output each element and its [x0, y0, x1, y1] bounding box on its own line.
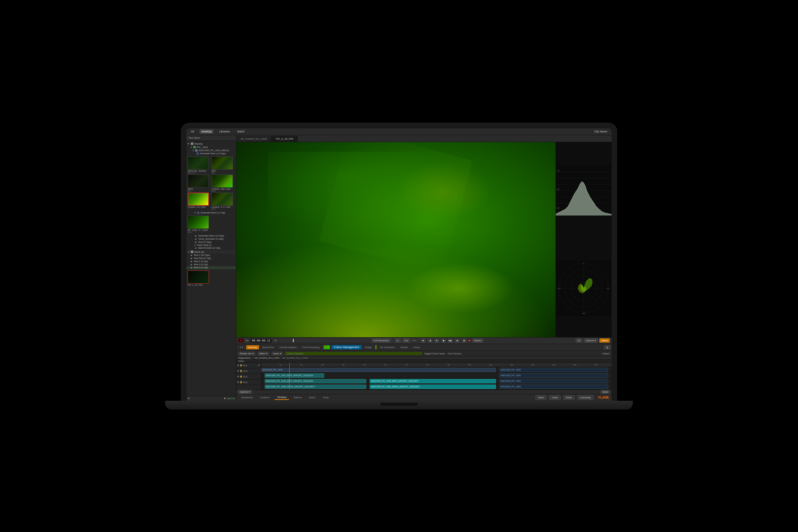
tree-item-dust[interactable]: ▶ Dust (2 Clips) [186, 241, 236, 244]
tree-item-schema2[interactable]: ▼ Schematic Reel 2 (1 Clip) [186, 211, 236, 214]
btn-timeline-options[interactable]: Options ▾ [238, 390, 252, 394]
tool-tab-fx[interactable]: FX [238, 345, 246, 349]
thumb-item-4[interactable]: Content...03_UHD [188, 193, 211, 210]
clip-v12-3[interactable]: A001C003_PIC...MOV [499, 385, 608, 389]
tool-tab-result[interactable]: Result [398, 345, 410, 349]
btn-marker[interactable]: Marker [472, 339, 483, 343]
thumb-img-1[interactable] [212, 156, 233, 170]
btn-options[interactable]: Options ▾ [584, 339, 597, 343]
bottom-nav-arrow-r[interactable]: ▶ [224, 397, 226, 400]
clip-v12-2[interactable]: A001C003_PIC_1060_ADF4a_v002 [PIC_1020] … [370, 385, 496, 389]
thumb-item-3[interactable]: Content...03a_UHD MOV [212, 174, 235, 192]
track-icon-v12: ▶ [238, 381, 239, 383]
tree-item-schema3[interactable]: ▶ Schematic Reel 3 (3 Clips) [186, 234, 236, 238]
tree-item-schema1[interactable]: Schematic Reel 1 (0 Clips) [186, 152, 236, 155]
clip-v12-1[interactable]: A001C003_PIC_1030_ADF4a_v002 [PIC_1010] … [265, 385, 366, 389]
tool-tab-2dtransform[interactable]: 2D Transform [378, 345, 397, 349]
tab-libraries[interactable]: Libraries [217, 129, 232, 134]
clip-v13-2[interactable]: A001C003_PIC_1040_ADF4_v003 [PIC_1020] M… [370, 379, 496, 383]
colour-transform-bar[interactable]: Colour Transform [285, 352, 422, 355]
thumb-img-0[interactable] [188, 156, 209, 170]
tab-sf-content[interactable]: SF_Content_03_c-UHD [236, 136, 271, 142]
tree-item-reel3[interactable]: ▶ Reel 3 (0 Clip) [186, 263, 236, 266]
thumb-item-1[interactable]: REF DD1 [212, 156, 235, 174]
bottom-tab-tools[interactable]: Tools [320, 396, 331, 400]
tree-item-pic1040[interactable]: ▼ PIC_1040 [186, 146, 236, 149]
thumb-img-5[interactable] [212, 193, 233, 206]
tree-item-reel4[interactable]: ▶ Reel 4 (0 Clip) [186, 266, 236, 269]
tab-desktop[interactable]: Desktop [200, 129, 213, 134]
tree-item-reel2[interactable]: ▶ Reel 2 (0 Clip) [186, 260, 236, 263]
tool-tab-preproc[interactable]: Pre-Processing [300, 345, 322, 349]
btn-next-frame[interactable]: ▶ [455, 339, 460, 343]
thumb-img-4[interactable] [188, 193, 209, 206]
bottom-tab-timeline[interactable]: Timeline [274, 395, 289, 400]
btn-out[interactable]: Out [402, 339, 410, 343]
thumb-item-2[interactable]: REF2 MXF [188, 174, 211, 192]
btn-resolution[interactable]: Full Resolution [372, 339, 391, 343]
tool-tab-colour-mgmt[interactable]: Colour Management [331, 345, 362, 349]
btn-undo[interactable]: Undo [549, 395, 560, 400]
tool-tab-axis[interactable]: Axis Airy [246, 345, 259, 349]
bottom-tab-batch[interactable]: Batch [306, 396, 318, 400]
tool-tab-image[interactable]: Image [362, 345, 374, 349]
dropdown-effect[interactable]: Effect ▾ [258, 352, 269, 356]
btn-stop[interactable]: ■ [434, 339, 439, 343]
tab-pic-a28[interactable]: PIC_A_28_F09 [271, 136, 298, 142]
btn-go-start[interactable]: ⏮ [420, 339, 425, 343]
effect-label: Effect [259, 352, 265, 355]
tree-item-newreel[interactable]: ▶ New Reel (0 Clip) [186, 257, 236, 260]
btn-in[interactable]: In [395, 339, 401, 343]
clip-v11-1[interactable]: A001C003_PIC...MOV [261, 368, 496, 372]
tab-all[interactable]: All [189, 129, 196, 134]
btn-save[interactable]: Save [535, 395, 547, 400]
btn-play[interactable]: ▶ [441, 339, 446, 343]
thumb-item-5[interactable]: Content...3_b_UHD MOV [212, 193, 235, 210]
timeline-content[interactable]: 11 21 31 41 51 61 71 81 91 101 [261, 363, 612, 390]
dropdown-insert[interactable]: Insert ▾ [271, 352, 283, 356]
btn-go-end[interactable]: ⏭ [462, 339, 467, 343]
track-headers: ▶ 🔒 V1.1 P ▶ 🔒 V1.4 [236, 363, 261, 390]
bottom-tab-conform[interactable]: Conform [258, 396, 272, 400]
track-mute-v11[interactable]: P [258, 364, 260, 366]
tree-item-flackity[interactable]: ▶ Flackity [186, 142, 236, 146]
tree-item-patch[interactable]: ▼ Patch Shelf (1) [186, 244, 236, 247]
tool-tab-quicktime[interactable]: QuickTime [260, 345, 277, 349]
clip-v13-3[interactable]: A001C003_PIC...MOV [499, 379, 608, 383]
thumb-item-0[interactable]: A001C00...Ac65cg Multi CC1 [188, 156, 211, 174]
thumb-sfconte-img[interactable] [188, 216, 209, 229]
ruler-31: 31 [321, 364, 324, 366]
tool-tab-comp[interactable]: Comp [411, 345, 422, 349]
clip-v13-1[interactable]: A001C003_PIC_1030_ADF4_v003 [PIC_1010] M… [265, 379, 366, 383]
btn-build[interactable]: Build [601, 390, 610, 394]
dropdown-render-set[interactable]: Render Set ▾ [238, 352, 255, 356]
thumb-pic[interactable]: PIC_a_28_F09 [188, 270, 235, 286]
tree-item-a001[interactable]: ▼ A001C065_PIC_1040_v068 (5) [186, 149, 236, 152]
bottom-nav-arrow-l[interactable]: ◀ [188, 397, 189, 400]
tree-item-batch-renders[interactable]: ▶ Batch Renders (0 Clip) [186, 247, 236, 250]
tree-item-reels[interactable]: ▼ Reels (6) [186, 250, 236, 254]
tree-item-cloud[interactable]: ▶ Cloud_Generator (0 Clips) [186, 238, 236, 241]
btn-licensing[interactable]: Licensing [577, 395, 593, 400]
tree-view[interactable]: ▶ Flackity ▼ PIC_1040 ▼ A001C065_ [186, 141, 236, 396]
btn-redo[interactable]: Redo [563, 395, 575, 400]
thumb-pic-img[interactable] [188, 270, 209, 284]
timeline-scrubber[interactable] [280, 340, 368, 341]
btn-collapse-tools[interactable]: ▲ [604, 345, 610, 349]
clip-v14-1[interactable]: A001C003_PIC_1010_ADF4_v004 [PIC_1010] M… [265, 373, 324, 378]
btn-play-fwd[interactable]: ▶▶ [448, 339, 453, 343]
clip-v14-2[interactable]: A001C003_PIC...MOV [499, 373, 608, 378]
clip-v11-2[interactable]: A001C003_PIC...MOV [499, 368, 608, 372]
tab-batch[interactable]: Batch [236, 129, 247, 134]
track-label-v13: V1.3 [243, 376, 247, 378]
bottom-tab-effects[interactable]: Effects [291, 396, 304, 400]
tree-item-reel1[interactable]: ▶ Reel 1 (30 Clips) [186, 254, 236, 257]
select-button[interactable]: Select [600, 339, 610, 343]
btn-prev-frame[interactable]: ◀ [428, 339, 432, 343]
thumb-sfconte[interactable]: SF_CoMe_3_c-UHD MOV [188, 216, 235, 233]
thumb-img-2[interactable] [188, 174, 209, 188]
tool-tab-format[interactable]: Format Options [277, 345, 299, 349]
save-all-btn[interactable]: Save All [227, 397, 235, 400]
bottom-tab-mediahub[interactable]: MediaHub [239, 396, 255, 400]
thumb-img-3[interactable] [212, 174, 233, 188]
